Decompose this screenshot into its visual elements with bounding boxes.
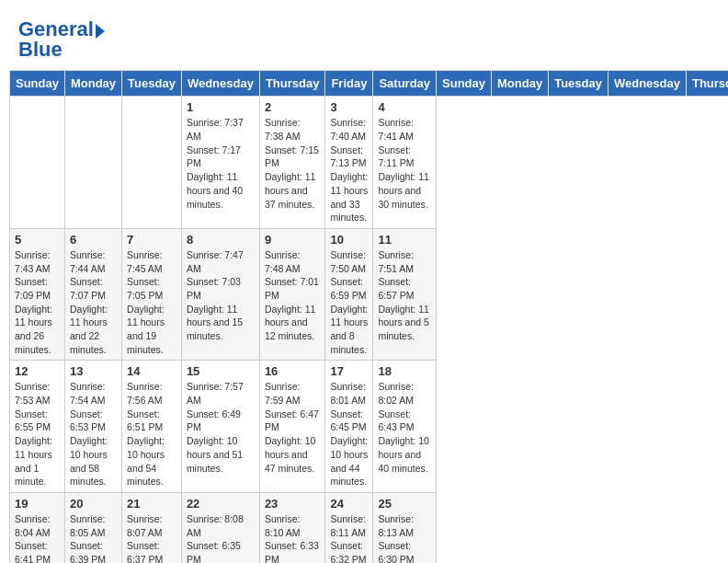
logo-subtext: Blue bbox=[18, 39, 105, 61]
day-info: Sunrise: 8:04 AM Sunset: 6:41 PM Dayligh… bbox=[15, 512, 60, 563]
day-cell: 18Sunrise: 8:02 AM Sunset: 6:43 PM Dayli… bbox=[373, 361, 437, 493]
day-number: 1 bbox=[187, 100, 255, 114]
day-number: 18 bbox=[378, 364, 431, 378]
day-info: Sunrise: 7:40 AM Sunset: 7:13 PM Dayligh… bbox=[330, 116, 368, 224]
day-cell: 6Sunrise: 7:44 AM Sunset: 7:07 PM Daylig… bbox=[64, 228, 121, 361]
day-header-friday: Friday bbox=[325, 71, 373, 97]
day-info: Sunrise: 7:47 AM Sunset: 7:03 PM Dayligh… bbox=[187, 248, 255, 343]
day-cell: 9Sunrise: 7:48 AM Sunset: 7:01 PM Daylig… bbox=[259, 228, 325, 361]
header-row: SundayMondayTuesdayWednesdayThursdayFrid… bbox=[10, 71, 729, 97]
day-cell: 21Sunrise: 8:07 AM Sunset: 6:37 PM Dayli… bbox=[122, 492, 182, 563]
day-number: 15 bbox=[187, 364, 255, 378]
day-number: 21 bbox=[127, 497, 176, 511]
day-number: 11 bbox=[378, 233, 431, 247]
page-header: General Blue bbox=[9, 9, 719, 65]
day-cell: 2Sunrise: 7:38 AM Sunset: 7:15 PM Daylig… bbox=[259, 97, 325, 229]
day-cell bbox=[122, 97, 182, 229]
day-header-wednesday: Wednesday bbox=[608, 71, 686, 97]
day-cell: 10Sunrise: 7:50 AM Sunset: 6:59 PM Dayli… bbox=[325, 228, 373, 361]
day-number: 10 bbox=[330, 233, 368, 247]
day-number: 25 bbox=[378, 497, 431, 511]
day-info: Sunrise: 8:08 AM Sunset: 6:35 PM Dayligh… bbox=[187, 512, 255, 563]
day-cell: 24Sunrise: 8:11 AM Sunset: 6:32 PM Dayli… bbox=[325, 492, 373, 563]
calendar-table: SundayMondayTuesdayWednesdayThursdayFrid… bbox=[9, 70, 728, 563]
day-info: Sunrise: 7:38 AM Sunset: 7:15 PM Dayligh… bbox=[265, 116, 321, 211]
day-number: 14 bbox=[127, 364, 176, 378]
day-header-sunday: Sunday bbox=[437, 71, 492, 97]
day-number: 5 bbox=[15, 233, 60, 247]
day-info: Sunrise: 8:01 AM Sunset: 6:45 PM Dayligh… bbox=[330, 380, 368, 488]
day-info: Sunrise: 7:53 AM Sunset: 6:55 PM Dayligh… bbox=[15, 380, 60, 488]
day-info: Sunrise: 7:51 AM Sunset: 6:57 PM Dayligh… bbox=[378, 248, 431, 343]
day-info: Sunrise: 7:44 AM Sunset: 7:07 PM Dayligh… bbox=[70, 248, 117, 357]
day-header-monday: Monday bbox=[64, 71, 121, 97]
day-cell: 16Sunrise: 7:59 AM Sunset: 6:47 PM Dayli… bbox=[259, 361, 325, 493]
day-cell: 14Sunrise: 7:56 AM Sunset: 6:51 PM Dayli… bbox=[122, 361, 182, 493]
day-info: Sunrise: 7:50 AM Sunset: 6:59 PM Dayligh… bbox=[330, 248, 368, 357]
day-header-saturday: Saturday bbox=[373, 71, 437, 97]
day-info: Sunrise: 8:11 AM Sunset: 6:32 PM Dayligh… bbox=[330, 512, 368, 563]
day-header-sunday: Sunday bbox=[10, 71, 65, 97]
day-info: Sunrise: 7:37 AM Sunset: 7:17 PM Dayligh… bbox=[187, 116, 255, 211]
day-number: 4 bbox=[378, 100, 431, 114]
week-row-3: 12Sunrise: 7:53 AM Sunset: 6:55 PM Dayli… bbox=[10, 361, 729, 493]
week-row-1: 1Sunrise: 7:37 AM Sunset: 7:17 PM Daylig… bbox=[10, 97, 729, 229]
day-info: Sunrise: 7:56 AM Sunset: 6:51 PM Dayligh… bbox=[127, 380, 176, 488]
day-number: 9 bbox=[265, 233, 321, 247]
day-info: Sunrise: 7:41 AM Sunset: 7:11 PM Dayligh… bbox=[378, 116, 431, 211]
logo-arrow-icon bbox=[96, 24, 105, 39]
day-cell: 3Sunrise: 7:40 AM Sunset: 7:13 PM Daylig… bbox=[325, 97, 373, 229]
day-cell: 23Sunrise: 8:10 AM Sunset: 6:33 PM Dayli… bbox=[259, 492, 325, 563]
day-number: 3 bbox=[330, 100, 368, 114]
day-header-tuesday: Tuesday bbox=[122, 71, 182, 97]
day-number: 22 bbox=[187, 497, 255, 511]
day-number: 6 bbox=[70, 233, 117, 247]
day-number: 17 bbox=[330, 364, 368, 378]
day-info: Sunrise: 8:13 AM Sunset: 6:30 PM Dayligh… bbox=[378, 512, 431, 563]
day-header-tuesday: Tuesday bbox=[549, 71, 609, 97]
day-number: 24 bbox=[330, 497, 368, 511]
day-header-thursday: Thursday bbox=[686, 71, 728, 97]
day-cell: 8Sunrise: 7:47 AM Sunset: 7:03 PM Daylig… bbox=[181, 228, 259, 361]
day-number: 19 bbox=[15, 497, 60, 511]
day-number: 16 bbox=[265, 364, 321, 378]
day-number: 7 bbox=[127, 233, 176, 247]
day-cell: 11Sunrise: 7:51 AM Sunset: 6:57 PM Dayli… bbox=[373, 228, 437, 361]
day-cell: 7Sunrise: 7:45 AM Sunset: 7:05 PM Daylig… bbox=[122, 228, 182, 361]
day-cell bbox=[64, 97, 121, 229]
day-header-wednesday: Wednesday bbox=[181, 71, 259, 97]
day-info: Sunrise: 7:59 AM Sunset: 6:47 PM Dayligh… bbox=[265, 380, 321, 475]
day-info: Sunrise: 8:07 AM Sunset: 6:37 PM Dayligh… bbox=[127, 512, 176, 563]
day-cell: 20Sunrise: 8:05 AM Sunset: 6:39 PM Dayli… bbox=[64, 492, 121, 563]
day-number: 8 bbox=[187, 233, 255, 247]
day-info: Sunrise: 7:57 AM Sunset: 6:49 PM Dayligh… bbox=[187, 380, 255, 475]
day-info: Sunrise: 7:48 AM Sunset: 7:01 PM Dayligh… bbox=[265, 248, 321, 343]
day-number: 13 bbox=[70, 364, 117, 378]
day-number: 23 bbox=[265, 497, 321, 511]
day-cell bbox=[10, 97, 65, 229]
day-info: Sunrise: 7:43 AM Sunset: 7:09 PM Dayligh… bbox=[15, 248, 60, 357]
day-number: 2 bbox=[265, 100, 321, 114]
day-cell: 4Sunrise: 7:41 AM Sunset: 7:11 PM Daylig… bbox=[373, 97, 437, 229]
day-cell: 25Sunrise: 8:13 AM Sunset: 6:30 PM Dayli… bbox=[373, 492, 437, 563]
day-header-monday: Monday bbox=[492, 71, 549, 97]
day-cell: 13Sunrise: 7:54 AM Sunset: 6:53 PM Dayli… bbox=[64, 361, 121, 493]
day-number: 12 bbox=[15, 364, 60, 378]
day-info: Sunrise: 7:45 AM Sunset: 7:05 PM Dayligh… bbox=[127, 248, 176, 357]
day-info: Sunrise: 7:54 AM Sunset: 6:53 PM Dayligh… bbox=[70, 380, 117, 488]
day-info: Sunrise: 8:05 AM Sunset: 6:39 PM Dayligh… bbox=[70, 512, 117, 563]
logo: General Blue bbox=[18, 18, 105, 61]
day-cell: 22Sunrise: 8:08 AM Sunset: 6:35 PM Dayli… bbox=[181, 492, 259, 563]
day-cell: 19Sunrise: 8:04 AM Sunset: 6:41 PM Dayli… bbox=[10, 492, 65, 563]
day-number: 20 bbox=[70, 497, 117, 511]
day-cell: 17Sunrise: 8:01 AM Sunset: 6:45 PM Dayli… bbox=[325, 361, 373, 493]
day-cell: 15Sunrise: 7:57 AM Sunset: 6:49 PM Dayli… bbox=[181, 361, 259, 493]
day-header-thursday: Thursday bbox=[259, 71, 325, 97]
week-row-2: 5Sunrise: 7:43 AM Sunset: 7:09 PM Daylig… bbox=[10, 228, 729, 361]
day-cell: 1Sunrise: 7:37 AM Sunset: 7:17 PM Daylig… bbox=[181, 97, 259, 229]
week-row-4: 19Sunrise: 8:04 AM Sunset: 6:41 PM Dayli… bbox=[10, 492, 729, 563]
day-cell: 5Sunrise: 7:43 AM Sunset: 7:09 PM Daylig… bbox=[10, 228, 65, 361]
day-info: Sunrise: 8:10 AM Sunset: 6:33 PM Dayligh… bbox=[265, 512, 321, 563]
day-info: Sunrise: 8:02 AM Sunset: 6:43 PM Dayligh… bbox=[378, 380, 431, 475]
day-cell: 12Sunrise: 7:53 AM Sunset: 6:55 PM Dayli… bbox=[10, 361, 65, 493]
